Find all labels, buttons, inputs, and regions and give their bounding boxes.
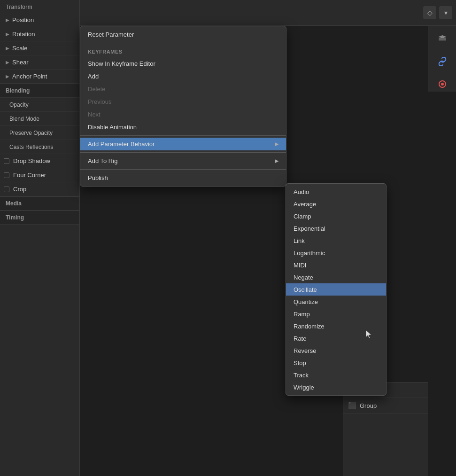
param-row-opacity[interactable]: Opacity	[0, 98, 79, 112]
arrow-icon: ▶	[6, 31, 9, 37]
menu-item-add-to-rig[interactable]: Add To Rig ▶	[80, 155, 286, 167]
sub-menu-item-average[interactable]: Average	[286, 198, 386, 210]
chevron-right-icon-2: ▶	[275, 158, 278, 164]
sub-label-audio: Audio	[294, 188, 309, 195]
left-panel: Transform ▶ Position ▶ Rotation ▶ Scale …	[0, 0, 80, 476]
sub-label-clamp: Clamp	[294, 213, 311, 220]
menu-label-publish: Publish	[88, 174, 108, 181]
sub-menu-item-ramp[interactable]: Ramp	[286, 308, 386, 320]
param-row-position[interactable]: ▶ Position	[0, 13, 79, 27]
sidebar-icon-link[interactable]	[435, 54, 450, 69]
sub-menu-item-link[interactable]: Link	[286, 234, 386, 247]
right-sidebar	[428, 26, 456, 92]
sidebar-icon-record[interactable]	[435, 77, 450, 92]
param-row-drop-shadow[interactable]: Drop Shadow	[0, 154, 79, 168]
sub-menu-item-negate[interactable]: Negate	[286, 271, 386, 283]
menu-item-show-keyframe[interactable]: Show In Keyframe Editor	[80, 57, 286, 70]
menu-item-add-param-behavior[interactable]: Add Parameter Behavior ▶	[80, 138, 286, 150]
param-label-casts: Casts Reflections	[9, 144, 53, 150]
sub-menu-item-stop[interactable]: Stop	[286, 357, 386, 369]
sub-label-ramp: Ramp	[294, 311, 310, 318]
menu-label-add: Add	[88, 73, 99, 80]
section-blending: Blending	[0, 84, 79, 98]
chevron-down-icon[interactable]: ▾	[439, 6, 452, 19]
sub-menu-item-oscillate[interactable]: Oscillate	[286, 283, 386, 296]
sidebar-icon-layers[interactable]	[435, 31, 450, 47]
param-row-crop[interactable]: Crop	[0, 182, 79, 196]
sub-menu-item-exponential[interactable]: Exponential	[286, 222, 386, 234]
sub-menu-item-wriggle[interactable]: Wriggle	[286, 381, 386, 393]
group-label: Group	[360, 402, 377, 409]
param-row-scale[interactable]: ▶ Scale	[0, 41, 79, 55]
param-label-anchor: Anchor Point	[12, 73, 47, 80]
sub-label-link: Link	[294, 237, 305, 244]
param-label-shear: Shear	[12, 59, 29, 66]
param-row-anchor-point[interactable]: ▶ Anchor Point	[0, 70, 79, 84]
param-row-rotation[interactable]: ▶ Rotation	[0, 27, 79, 41]
section-label-media: Media	[6, 200, 22, 207]
sub-menu-item-audio[interactable]: Audio	[286, 186, 386, 198]
sub-label-stop: Stop	[294, 359, 306, 367]
checkbox-drop-shadow[interactable]	[4, 158, 9, 164]
checkbox-four-corner[interactable]	[4, 172, 9, 178]
sub-label-rate: Rate	[294, 335, 306, 342]
param-row-preserve-opacity[interactable]: Preserve Opacity	[0, 126, 79, 140]
sub-menu-item-midi[interactable]: MIDI	[286, 259, 386, 271]
sub-label-negate: Negate	[294, 274, 313, 281]
sub-menu-item-randomize[interactable]: Randomize	[286, 320, 386, 332]
arrow-icon: ▶	[6, 46, 9, 51]
arrow-icon: ▶	[6, 17, 9, 23]
sub-label-track: Track	[294, 372, 309, 379]
menu-item-next: Next	[80, 108, 286, 121]
arrow-icon: ▶	[6, 74, 9, 79]
menu-separator-2	[80, 135, 286, 136]
menu-label-add-param: Add Parameter Behavior	[88, 140, 155, 148]
param-label-preserve: Preserve Opacity	[9, 130, 53, 136]
menu-item-add[interactable]: Add	[80, 70, 286, 83]
menu-label-next: Next	[88, 111, 100, 118]
param-label-crop: Crop	[13, 186, 26, 193]
sub-label-randomize: Randomize	[294, 323, 325, 330]
param-label-blend-mode: Blend Mode	[9, 116, 39, 122]
sub-menu-item-clamp[interactable]: Clamp	[286, 210, 386, 222]
param-row-casts-reflections[interactable]: Casts Reflections	[0, 140, 79, 154]
menu-label-previous: Previous	[88, 98, 112, 105]
menu-label-show-keyframe: Show In Keyframe Editor	[88, 60, 155, 67]
menu-item-previous: Previous	[80, 95, 286, 108]
menu-separator-3	[80, 152, 286, 153]
sub-label-logarithmic: Logarithmic	[294, 250, 325, 257]
sub-label-average: Average	[294, 201, 316, 208]
sub-menu-item-rate[interactable]: Rate	[286, 332, 386, 344]
param-row-shear[interactable]: ▶ Shear	[0, 55, 79, 70]
panel-title: Transform	[0, 0, 79, 13]
sub-label-oscillate: Oscillate	[294, 286, 317, 293]
checkbox-crop[interactable]	[4, 187, 9, 192]
menu-label-reset: Reset Parameter	[88, 31, 134, 38]
menu-separator-4	[80, 169, 286, 170]
menu-item-disable-anim[interactable]: Disable Animation	[80, 121, 286, 133]
arrow-icon: ▶	[6, 60, 9, 65]
project-row-group[interactable]: ⬛ Group	[343, 398, 428, 414]
context-menu: Reset Parameter KEYFRAMES Show In Keyfra…	[80, 26, 286, 187]
param-row-blend-mode[interactable]: Blend Mode	[0, 112, 79, 126]
sub-menu-item-track[interactable]: Track	[286, 369, 386, 381]
menu-section-keyframes: KEYFRAMES	[80, 45, 286, 57]
sub-label-wriggle: Wriggle	[294, 384, 314, 391]
menu-label-disable-anim: Disable Animation	[88, 124, 137, 131]
param-label-position: Position	[12, 16, 34, 23]
menu-separator-1	[80, 43, 286, 43]
top-bar: ◇ ▾	[80, 0, 456, 26]
sub-label-quantize: Quantize	[294, 298, 318, 305]
param-row-four-corner[interactable]: Four Corner	[0, 168, 79, 182]
section-media: Media	[0, 196, 79, 211]
section-label-timing: Timing	[6, 214, 24, 221]
section-timing: Timing	[0, 211, 79, 225]
sub-menu-item-logarithmic[interactable]: Logarithmic	[286, 247, 386, 259]
menu-item-delete: Delete	[80, 83, 286, 95]
menu-item-publish[interactable]: Publish	[80, 172, 286, 184]
param-label-drop-shadow: Drop Shadow	[13, 157, 50, 164]
sub-menu-item-reverse[interactable]: Reverse	[286, 344, 386, 357]
diamond-nav-icon[interactable]: ◇	[423, 6, 436, 19]
sub-menu-item-quantize[interactable]: Quantize	[286, 296, 386, 308]
menu-item-reset[interactable]: Reset Parameter	[80, 28, 286, 41]
